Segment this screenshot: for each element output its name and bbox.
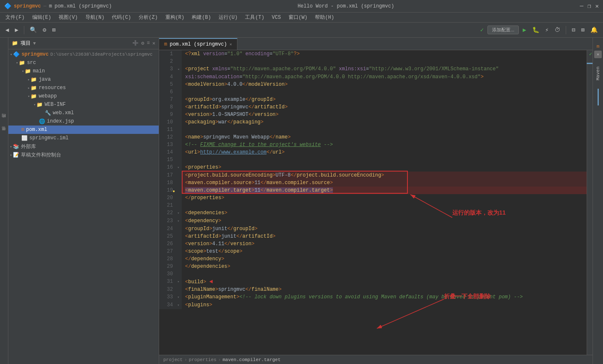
maven-label[interactable]: Maven bbox=[595, 67, 600, 80]
code-cell: <groupId>org.example</groupId> bbox=[182, 96, 593, 103]
tree-item-webapp[interactable]: ▾ 📁 webapp bbox=[8, 92, 159, 100]
toolbar: ◀ ▶ 🔍 ⚙ ⊞ ✓ 添加配置... ▶ 🐛 ⚡ ⏱ ⊟ ⊞ 🔔 bbox=[0, 23, 603, 38]
menu-help[interactable]: 帮助(H) bbox=[312, 13, 338, 22]
breadcrumb-sep-1: › bbox=[184, 357, 187, 362]
extlibs-fold-icon: ▸ bbox=[10, 144, 12, 149]
maven-close-icon[interactable]: ✕ bbox=[594, 51, 602, 58]
toolbar-debug[interactable]: 🐛 bbox=[530, 25, 541, 35]
tree-item-external-libs[interactable]: ▸ 📚 外部库 bbox=[8, 142, 159, 151]
toolbar-layout[interactable]: ⊞ bbox=[579, 25, 587, 35]
indexjsp-icon: 🌐 bbox=[39, 118, 45, 125]
toolbar-run[interactable]: ⚙ bbox=[41, 25, 48, 35]
window-controls: — ❐ ✕ bbox=[580, 3, 599, 10]
breadcrumb-sep-2: › bbox=[218, 357, 221, 362]
window-title: Hello Word - pom.xml (springmvc) bbox=[298, 3, 394, 9]
gutter-cell bbox=[175, 172, 182, 179]
table-row: 28 </dependency> bbox=[159, 255, 593, 263]
line-number: 2 bbox=[159, 58, 175, 65]
breadcrumb-target[interactable]: maven.compiler.target bbox=[222, 357, 281, 362]
menu-navigate[interactable]: 导航(N) bbox=[82, 13, 108, 22]
tree-item-indexjsp[interactable]: 🌐 index.jsp bbox=[8, 117, 159, 126]
webinf-fold-icon: ▾ bbox=[34, 103, 36, 107]
project-dropdown-icon[interactable]: ▼ bbox=[33, 41, 36, 46]
editor-tabs: m pom.xml (springmvc) ✕ bbox=[159, 38, 593, 50]
project-header-icons: ➕ ⚙ ≡ ✕ bbox=[132, 40, 155, 46]
resources-folder-icon: 📁 bbox=[31, 85, 37, 91]
tree-item-webinf[interactable]: ▾ 📁 WEB-INF bbox=[8, 100, 159, 109]
toolbar-notifications[interactable]: 🔔 bbox=[588, 25, 600, 35]
toolbar-profiler[interactable]: ⏱ bbox=[552, 26, 562, 35]
toolbar-settings[interactable]: ⊞ bbox=[50, 25, 57, 35]
tree-item-webxml[interactable]: 🔧 web.xml bbox=[8, 109, 159, 117]
tree-item-java[interactable]: ▸ 📁 java bbox=[8, 75, 159, 84]
fold-icon[interactable]: ▾ bbox=[177, 211, 179, 215]
tree-item-pomxml[interactable]: m pom.xml bbox=[8, 126, 159, 134]
table-row: 5 <modelVersion>4.0.0</modelVersion> bbox=[159, 81, 593, 88]
toolbar-search[interactable]: 🔍 bbox=[28, 25, 39, 35]
gutter-cell bbox=[175, 149, 182, 156]
main-folder-icon: 📁 bbox=[25, 68, 31, 74]
fold-icon[interactable]: ▾ bbox=[177, 303, 179, 308]
menu-build[interactable]: 构建(B) bbox=[188, 13, 214, 22]
fold-icon[interactable]: ▾ bbox=[177, 295, 179, 300]
breadcrumb-properties[interactable]: properties bbox=[189, 357, 216, 362]
tree-item-scratches[interactable]: ▸ 📝 草稿文件和控制台 bbox=[8, 151, 159, 159]
menu-file[interactable]: 文件(F) bbox=[2, 13, 28, 22]
tree-item-iml[interactable]: ⬜ springmvc.iml bbox=[8, 134, 159, 142]
fold-icon[interactable]: ▾ bbox=[177, 280, 179, 284]
menu-tools[interactable]: 工具(T) bbox=[242, 13, 268, 22]
table-row: 23 ▾ <dependency> bbox=[159, 217, 593, 225]
menu-vcs[interactable]: VCS bbox=[268, 14, 284, 21]
menu-run[interactable]: 运行(U) bbox=[215, 13, 241, 22]
fold-icon[interactable]: ▾ bbox=[177, 219, 179, 223]
java-folder-icon: 📁 bbox=[31, 77, 37, 83]
table-row: 25 <artifactId>junit</artifactId> bbox=[159, 233, 593, 240]
gutter-cell bbox=[175, 248, 182, 255]
code-cell bbox=[182, 202, 593, 209]
tree-item-src[interactable]: ▾ 📁 src bbox=[8, 59, 159, 67]
tree-item-resources[interactable]: ▸ 📁 resources bbox=[8, 84, 159, 92]
menu-view[interactable]: 视图(V) bbox=[55, 13, 81, 22]
fold-icon[interactable]: ◂ bbox=[177, 67, 179, 72]
toolbar-play[interactable]: ▶ bbox=[521, 25, 528, 35]
toolbar-git[interactable]: ⊟ bbox=[570, 25, 577, 35]
hide-icon[interactable]: ✕ bbox=[152, 40, 155, 46]
line-number: 31 bbox=[159, 278, 175, 286]
code-cell bbox=[182, 156, 593, 164]
scratches-icon: 📝 bbox=[13, 152, 19, 158]
menu-code[interactable]: 代码(C) bbox=[108, 13, 134, 22]
line-number: 32 bbox=[159, 286, 175, 293]
tab-close-icon[interactable]: ✕ bbox=[229, 42, 232, 47]
gutter-cell bbox=[175, 179, 182, 187]
table-row: 33 ▾ <pluginManagement><!-- lock down pl… bbox=[159, 293, 593, 301]
maximize-button[interactable]: ❐ bbox=[588, 3, 591, 10]
menu-refactor[interactable]: 重构(R) bbox=[162, 13, 188, 22]
error-indicator: ✓ bbox=[589, 51, 592, 57]
toolbar-forward[interactable]: ▶ bbox=[13, 25, 20, 35]
fold-icon[interactable]: ▾ bbox=[177, 166, 179, 170]
minimize-button[interactable]: — bbox=[580, 3, 583, 10]
tree-item-main[interactable]: ▾ 📁 main bbox=[8, 67, 159, 75]
tab-pom-xml[interactable]: m pom.xml (springmvc) ✕ bbox=[159, 38, 237, 50]
toolbar-coverage[interactable]: ⚡ bbox=[543, 25, 551, 35]
gear-icon[interactable]: ⚙ bbox=[141, 40, 144, 46]
menu-edit[interactable]: 编辑(E) bbox=[29, 13, 55, 22]
code-lines[interactable]: 1 <?xml version="1.0" encoding="UTF-8"?>… bbox=[159, 50, 593, 355]
breadcrumb-project[interactable]: project bbox=[163, 357, 183, 362]
code-cell: <dependency> bbox=[182, 217, 593, 225]
table-row: 15 bbox=[159, 156, 593, 164]
tree-item-root[interactable]: ▾ 🔷 springmvc D:\Users\23638\IdeaProject… bbox=[8, 50, 159, 59]
add-config-button[interactable]: 添加配置... bbox=[487, 26, 519, 34]
toolbar-back[interactable]: ◀ bbox=[3, 25, 11, 35]
menu-window[interactable]: 窗口(W) bbox=[285, 13, 311, 22]
code-cell: <artifactId>junit</artifactId> bbox=[182, 233, 593, 240]
settings-icon[interactable]: ≡ bbox=[147, 40, 150, 46]
menu-analyze[interactable]: 分析(Z) bbox=[135, 13, 161, 22]
toolbar-green-check[interactable]: ✓ bbox=[478, 25, 486, 35]
scratches-label: 草稿文件和控制台 bbox=[21, 151, 61, 159]
add-icon[interactable]: ➕ bbox=[132, 40, 139, 46]
close-button[interactable]: ✕ bbox=[595, 3, 599, 10]
line-number: 4 bbox=[159, 73, 175, 81]
table-row: 26 <version>4.11</version> bbox=[159, 240, 593, 248]
table-row: 32 <finalName>springmvc</finalName> bbox=[159, 286, 593, 293]
